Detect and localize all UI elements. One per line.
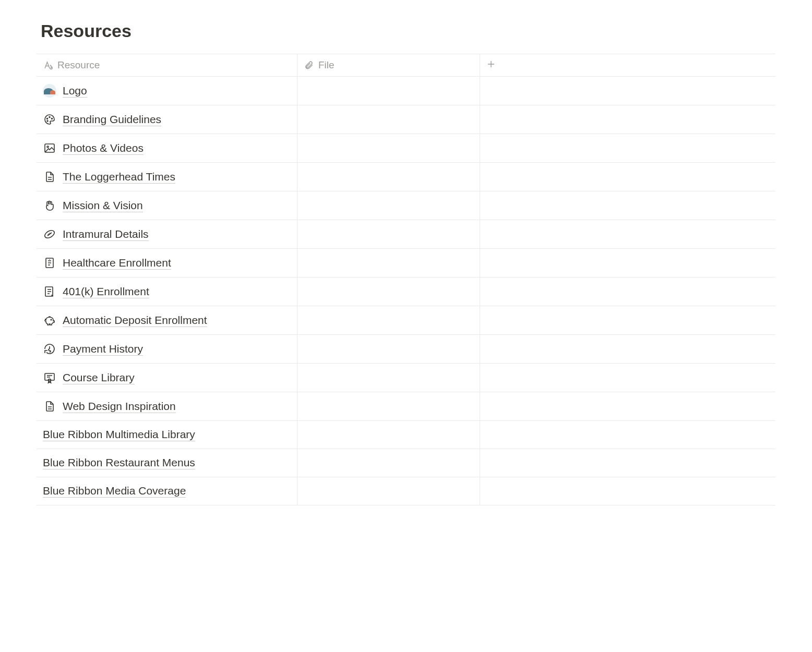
file-cell[interactable]: [297, 220, 480, 248]
resource-cell[interactable]: Automatic Deposit Enrollment: [37, 306, 297, 334]
column-header-label: File: [318, 59, 335, 71]
row-title: Logo: [63, 84, 87, 98]
empty-cell: [480, 364, 775, 392]
page-icon: [43, 400, 56, 413]
resource-cell[interactable]: The Loggerhead Times: [37, 163, 297, 191]
svg-point-9: [51, 319, 52, 320]
column-header-resource[interactable]: Resource: [37, 54, 297, 76]
svg-point-1: [49, 117, 50, 118]
table-header-row: Resource File: [37, 54, 775, 77]
empty-cell: [480, 220, 775, 248]
empty-cell: [480, 477, 775, 505]
table-row[interactable]: Web Design Inspiration: [37, 392, 775, 421]
history-icon: [43, 342, 56, 356]
file-cell[interactable]: [297, 392, 480, 420]
add-column-button[interactable]: [480, 54, 775, 76]
resource-cell[interactable]: Web Design Inspiration: [37, 392, 297, 420]
empty-cell: [480, 277, 775, 306]
resource-cell[interactable]: Course Library: [37, 364, 297, 392]
empty-cell: [480, 335, 775, 363]
resource-cell[interactable]: Photos & Videos: [37, 134, 297, 162]
file-cell[interactable]: [297, 249, 480, 277]
empty-cell: [480, 392, 775, 420]
file-cell[interactable]: [297, 421, 480, 449]
row-title: Branding Guidelines: [63, 113, 161, 126]
empty-cell: [480, 306, 775, 334]
empty-cell: [480, 134, 775, 162]
file-cell[interactable]: [297, 306, 480, 334]
file-cell[interactable]: [297, 77, 480, 105]
empty-cell: [480, 105, 775, 134]
table-row[interactable]: Logo: [37, 77, 775, 105]
file-cell[interactable]: [297, 449, 480, 477]
table-row[interactable]: The Loggerhead Times: [37, 163, 775, 191]
file-cell[interactable]: [297, 364, 480, 392]
resource-cell[interactable]: Branding Guidelines: [37, 105, 297, 134]
table-row[interactable]: Photos & Videos: [37, 134, 775, 163]
column-header-file[interactable]: File: [297, 54, 480, 76]
document-icon: [43, 285, 56, 298]
row-title: Blue Ribbon Media Coverage: [43, 485, 186, 498]
row-title: Blue Ribbon Restaurant Menus: [43, 456, 195, 469]
row-title: Payment History: [63, 343, 143, 356]
table-row[interactable]: Blue Ribbon Media Coverage: [37, 477, 775, 505]
row-title: Intramural Details: [63, 228, 149, 241]
row-title: Healthcare Enrollment: [63, 257, 171, 270]
column-header-label: Resource: [57, 59, 100, 71]
resource-cell[interactable]: Blue Ribbon Restaurant Menus: [37, 449, 297, 477]
resource-cell[interactable]: Logo: [37, 77, 297, 105]
peace-icon: [43, 199, 56, 212]
certificate-icon: [43, 371, 56, 384]
file-cell[interactable]: [297, 163, 480, 191]
row-title: Course Library: [63, 371, 135, 384]
image-icon: [43, 141, 56, 155]
resource-cell[interactable]: Blue Ribbon Multimedia Library: [37, 421, 297, 449]
palette-icon: [43, 113, 56, 126]
piggy-icon: [43, 313, 56, 327]
file-cell[interactable]: [297, 105, 480, 134]
table-row[interactable]: Course Library: [37, 364, 775, 392]
svg-point-5: [47, 146, 49, 148]
empty-cell: [480, 191, 775, 220]
resource-cell[interactable]: Intramural Details: [37, 220, 297, 248]
receipt-icon: [43, 256, 56, 270]
file-cell[interactable]: [297, 477, 480, 505]
text-icon: [43, 60, 53, 70]
resources-table: Resource File LogoBranding GuidelinesPho…: [37, 54, 775, 505]
resource-cell[interactable]: Payment History: [37, 335, 297, 363]
table-row[interactable]: 401(k) Enrollment: [37, 277, 775, 306]
file-cell[interactable]: [297, 335, 480, 363]
row-title: 401(k) Enrollment: [63, 285, 149, 298]
table-row[interactable]: Healthcare Enrollment: [37, 249, 775, 277]
file-cell[interactable]: [297, 134, 480, 162]
page-title: Resources: [37, 21, 775, 41]
row-title: Web Design Inspiration: [63, 400, 176, 413]
resource-cell[interactable]: 401(k) Enrollment: [37, 277, 297, 306]
football-icon: [43, 227, 56, 241]
logo-icon: [43, 84, 56, 98]
row-title: Blue Ribbon Multimedia Library: [43, 428, 195, 441]
resource-cell[interactable]: Healthcare Enrollment: [37, 249, 297, 277]
file-cell[interactable]: [297, 191, 480, 220]
plus-icon: [486, 59, 496, 71]
empty-cell: [480, 421, 775, 449]
svg-point-0: [47, 118, 48, 119]
table-row[interactable]: Automatic Deposit Enrollment: [37, 306, 775, 335]
file-cell[interactable]: [297, 277, 480, 306]
table-row[interactable]: Branding Guidelines: [37, 105, 775, 134]
row-title: Photos & Videos: [63, 142, 144, 155]
empty-cell: [480, 163, 775, 191]
attachment-icon: [304, 60, 314, 70]
svg-point-2: [52, 118, 53, 119]
resource-cell[interactable]: Blue Ribbon Media Coverage: [37, 477, 297, 505]
resource-cell[interactable]: Mission & Vision: [37, 191, 297, 220]
empty-cell: [480, 77, 775, 105]
table-row[interactable]: Blue Ribbon Multimedia Library: [37, 421, 775, 449]
table-row[interactable]: Blue Ribbon Restaurant Menus: [37, 449, 775, 477]
page-icon: [43, 170, 56, 184]
row-title: The Loggerhead Times: [63, 171, 175, 184]
table-row[interactable]: Payment History: [37, 335, 775, 364]
row-title: Mission & Vision: [63, 199, 143, 212]
table-row[interactable]: Mission & Vision: [37, 191, 775, 220]
table-row[interactable]: Intramural Details: [37, 220, 775, 249]
